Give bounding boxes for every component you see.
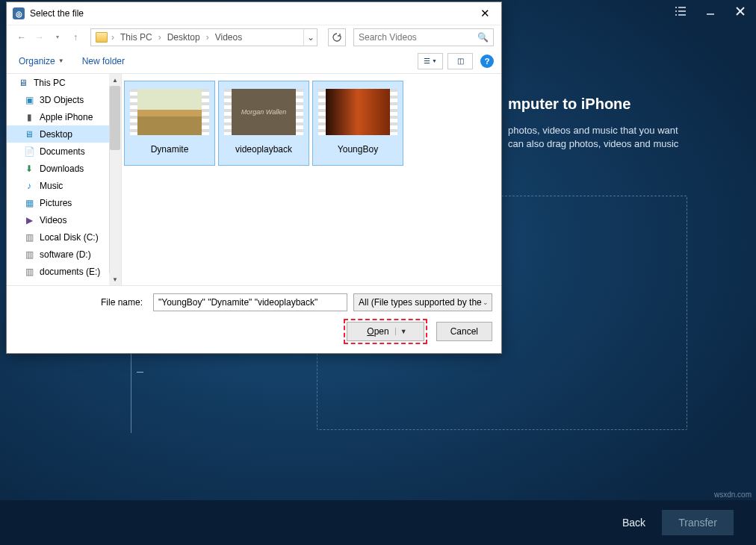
tree-music[interactable]: ♪Music	[7, 177, 121, 194]
transfer-button: Transfer	[662, 510, 734, 535]
tree-downloads[interactable]: ⬇Downloads	[7, 160, 121, 177]
app-icon: ◎	[13, 7, 25, 19]
page-subtitle: photos, videos and music that you want c…	[508, 124, 711, 151]
tree-documents[interactable]: 📄Documents	[7, 143, 121, 160]
view-mode-button[interactable]: ☰ ▼	[418, 53, 443, 69]
breadcrumb-desktop[interactable]: Desktop	[165, 32, 202, 43]
minimize-icon[interactable]	[702, 3, 719, 19]
scroll-up-icon[interactable]: ▲	[109, 74, 121, 86]
dialog-footer: File name: All (File types supported by …	[7, 285, 501, 353]
dialog-close-icon[interactable]: ✕	[470, 2, 500, 25]
nav-forward-icon: →	[32, 30, 47, 45]
tree-software-d[interactable]: ▥software (D:)	[7, 246, 121, 263]
back-button[interactable]: Back	[622, 517, 645, 529]
scroll-down-icon[interactable]: ▼	[109, 273, 121, 285]
tree-3d-objects[interactable]: ▣3D Objects	[7, 91, 121, 108]
open-highlight-box: Open ▼	[344, 319, 427, 344]
tree-documents-e[interactable]: ▥documents (E:)	[7, 263, 121, 280]
tree-scrollbar[interactable]: ▲ ▼	[109, 74, 121, 285]
app-footer: Back Transfer	[0, 500, 756, 545]
file-label: YoungBoy	[338, 144, 378, 155]
open-split-icon[interactable]: ▼	[395, 328, 407, 335]
tree-apple-iphone[interactable]: ▮Apple iPhone	[7, 108, 121, 125]
search-input[interactable]	[359, 32, 477, 43]
tree-local-disk-c[interactable]: ▥Local Disk (C:)	[7, 228, 121, 246]
help-icon[interactable]: ?	[480, 54, 494, 68]
file-label: Dynamite	[151, 144, 189, 155]
new-folder-button[interactable]: New folder	[78, 53, 129, 69]
video-thumbnail	[137, 89, 202, 135]
open-button[interactable]: Open ▼	[347, 322, 424, 341]
breadcrumb-thispc[interactable]: This PC	[118, 32, 155, 43]
tree-pictures[interactable]: ▦Pictures	[7, 194, 121, 211]
close-icon[interactable]	[732, 3, 749, 19]
separator-line	[131, 343, 131, 433]
dialog-navbar: ← → ▾ ↑ › This PC › Desktop › Videos ⌄ 🔍	[7, 25, 501, 49]
page-title: mputer to iPhone	[508, 96, 630, 113]
folder-tree[interactable]: 🖥This PC ▣3D Objects ▮Apple iPhone 🖥Desk…	[7, 74, 122, 285]
video-thumbnail: Morgan Wallen	[232, 89, 296, 135]
file-label: videoplayback	[235, 144, 292, 155]
breadcrumb-videos[interactable]: Videos	[213, 32, 244, 43]
tree-desktop[interactable]: 🖥Desktop	[7, 125, 121, 143]
breadcrumb-dropdown-icon[interactable]: ⌄	[303, 29, 317, 46]
separator-tick	[137, 372, 143, 373]
dialog-main: 🖥This PC ▣3D Objects ▮Apple iPhone 🖥Desk…	[7, 74, 501, 285]
file-dialog: ◎ Select the file ✕ ← → ▾ ↑ › This PC › …	[6, 1, 502, 354]
breadcrumb[interactable]: › This PC › Desktop › Videos ⌄	[90, 28, 317, 46]
file-list[interactable]: Dynamite Morgan Wallen videoplayback You…	[122, 74, 501, 285]
list-icon[interactable]	[672, 3, 689, 19]
refresh-button[interactable]	[328, 28, 346, 46]
dialog-titlebar: ◎ Select the file ✕	[7, 2, 501, 25]
file-type-select[interactable]: All (File types supported by the⌄	[353, 293, 492, 311]
dialog-title: Select the file	[30, 8, 84, 19]
file-item[interactable]: Dynamite	[125, 81, 214, 165]
scroll-thumb[interactable]	[110, 86, 120, 150]
folder-icon	[96, 32, 108, 43]
organize-menu[interactable]: Organize▼	[14, 53, 69, 69]
dialog-toolbar: Organize▼ New folder ☰ ▼ ◫ ?	[7, 49, 501, 74]
video-thumbnail	[326, 89, 390, 135]
filename-input[interactable]	[153, 293, 347, 311]
search-icon[interactable]: 🔍	[477, 32, 489, 43]
cancel-button[interactable]: Cancel	[436, 322, 492, 341]
nav-up-icon[interactable]: ↑	[68, 30, 83, 45]
tree-videos[interactable]: ▶Videos	[7, 211, 121, 228]
preview-pane-button[interactable]: ◫	[447, 53, 473, 69]
nav-back-icon[interactable]: ←	[14, 30, 29, 45]
search-box[interactable]: 🔍	[353, 28, 494, 46]
filename-label: File name:	[16, 297, 147, 308]
file-item[interactable]: Morgan Wallen videoplayback	[219, 81, 309, 165]
tree-this-pc[interactable]: 🖥This PC	[7, 74, 121, 91]
nav-recent-icon[interactable]: ▾	[50, 30, 65, 45]
file-item[interactable]: YoungBoy	[313, 81, 403, 165]
watermark: wsxdn.com	[714, 490, 752, 499]
